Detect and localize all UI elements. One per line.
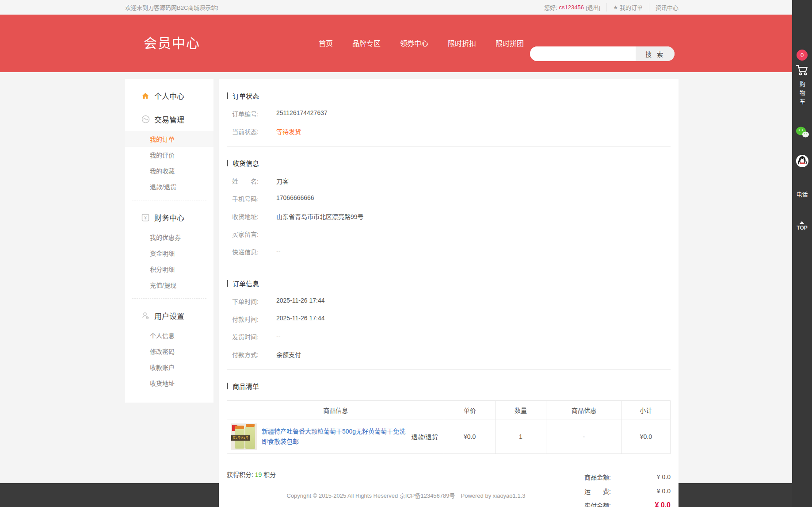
order-number-value: 251126174427637 — [276, 109, 328, 118]
sidebar-heading-label: 用户设置 — [154, 310, 184, 321]
items-table: 商品信息 单价 数量 商品优惠 小计 — [227, 400, 671, 454]
nav-brand-zone[interactable]: 品牌专区 — [352, 38, 381, 48]
title-bar-marker — [227, 383, 228, 389]
search-input[interactable] — [530, 46, 636, 61]
field-label: 当前状态: — [232, 127, 276, 136]
cart-count-badge: 0 — [797, 50, 808, 61]
sidebar-item-my-reviews[interactable]: 我的评价 — [125, 147, 213, 163]
qq-icon[interactable] — [796, 154, 809, 169]
courier-info-value: -- — [276, 247, 280, 256]
sidebar-item-change-password[interactable]: 修改密码 — [125, 343, 213, 359]
copyright-text: Copyright © 2015-2025 All Rights Reserve… — [287, 491, 526, 499]
paid-amount-value: ¥ 0.0 — [611, 501, 671, 507]
courier-info-row: 快递信息: -- — [227, 247, 671, 256]
sidebar-item-my-coupons[interactable]: 我的优惠券 — [125, 229, 213, 245]
yuan-icon: ¥ — [141, 213, 150, 222]
search-bar: 搜 索 — [530, 46, 675, 61]
col-product-info: 商品信息 — [227, 401, 444, 419]
address-value: 山东省青岛市市北区漂亮路99号 — [276, 212, 364, 221]
title-bar-marker — [227, 92, 228, 99]
paid-amount-row: 实付金额: ¥ 0.0 — [584, 498, 671, 507]
order-number-row: 订单编号: 251126174427637 — [227, 109, 671, 118]
subtotal-cell: ¥0.0 — [621, 419, 670, 454]
order-time-row: 下单时间: 2025-11-26 17:44 — [227, 297, 671, 306]
order-detail-panel: 订单状态 订单编号: 251126174427637 当前状态: 等待发货 收货… — [219, 79, 679, 507]
sidebar-item-fund-details[interactable]: 资金明细 — [125, 245, 213, 261]
nav-coupon-center[interactable]: 领券中心 — [400, 38, 428, 48]
logout-link[interactable]: [退出] — [586, 3, 600, 12]
field-label: 发货时间: — [232, 332, 276, 341]
pay-time-row: 付款时间: 2025-11-26 17:44 — [227, 315, 671, 323]
sidebar-heading-user-settings[interactable]: 用户设置 — [125, 304, 213, 327]
wechat-icon[interactable] — [795, 126, 809, 140]
refund-link[interactable]: 退款/退货 — [412, 432, 438, 441]
ship-time-row: 发货时间: -- — [227, 332, 671, 341]
summary-label: 实付金额: — [584, 501, 611, 507]
sidebar-heading-finance[interactable]: ¥ 财务中心 — [125, 206, 213, 229]
product-title-link[interactable]: 新疆特产吐鲁番大颗粒葡萄干500g无籽黄葡萄干免洗即食散装包邮 — [262, 426, 407, 446]
star-icon: ★ — [613, 4, 618, 11]
field-label: 下单时间: — [232, 297, 276, 306]
nav-flash-discount[interactable]: 限时折扣 — [448, 38, 476, 48]
sidebar-item-points-details[interactable]: 积分明细 — [125, 261, 213, 277]
phone-value: 17066666666 — [276, 194, 314, 203]
search-button[interactable]: 搜 索 — [636, 46, 675, 61]
sidebar-heading-trade[interactable]: 交易管理 — [125, 108, 213, 131]
product-image[interactable]: 买2斤送1斤 — [231, 423, 257, 450]
field-label: 付款时间: — [232, 315, 276, 323]
field-label: 买家留言: — [232, 230, 276, 238]
section-title-text: 收货信息 — [233, 158, 259, 168]
sidebar-item-shipping-address[interactable]: 收货地址 — [125, 375, 213, 391]
section-title: 收货信息 — [227, 158, 671, 168]
section-title: 商品清单 — [227, 381, 671, 391]
section-order-info: 订单信息 下单时间: 2025-11-26 17:44 付款时间: 2025-1… — [227, 279, 671, 370]
points-value: 19 — [255, 471, 262, 478]
section-title: 订单状态 — [227, 91, 671, 100]
sidebar-item-refunds[interactable]: 退款/退货 — [125, 179, 213, 195]
section-item-list: 商品清单 商品信息 单价 数量 商品优惠 小计 — [227, 381, 671, 507]
points-label: 获得积分: — [227, 471, 253, 478]
sidebar-item-personal-center[interactable]: 个人中心 — [125, 84, 213, 108]
phone-link[interactable]: 电话 — [796, 190, 808, 198]
goods-amount-row: 商品金额: ¥ 0.0 — [584, 470, 671, 484]
back-to-top-button[interactable]: TOP — [797, 221, 807, 231]
nav-group-buy[interactable]: 限时拼团 — [496, 38, 524, 48]
nav-home[interactable]: 首页 — [319, 38, 333, 48]
sidebar-item-my-orders[interactable]: 我的订单 — [125, 131, 213, 147]
cart-icon[interactable] — [796, 64, 809, 78]
phone-row: 手机号码: 17066666666 — [227, 194, 671, 203]
recipient-name-value: 刀客 — [276, 177, 289, 185]
address-row: 收货地址: 山东省青岛市市北区漂亮路99号 — [227, 212, 671, 221]
section-title-text: 订单状态 — [233, 91, 259, 100]
field-label: 快递信息: — [232, 247, 276, 256]
sidebar-heading-label: 财务中心 — [154, 212, 184, 223]
sidebar-heading-label: 交易管理 — [154, 114, 184, 125]
topbar-news[interactable]: 资讯中心 — [649, 3, 679, 12]
cart-label[interactable]: 购物车 — [798, 81, 806, 108]
sidebar-item-my-favorites[interactable]: 我的收藏 — [125, 163, 213, 179]
up-arrow-icon — [800, 221, 804, 224]
user-gear-icon — [141, 311, 150, 320]
page-title: 会员中心 — [144, 32, 200, 52]
shipping-fee-value: ¥ 0.0 — [611, 488, 671, 495]
divider — [132, 200, 206, 200]
section-title: 订单信息 — [227, 279, 671, 288]
discount-cell: - — [546, 419, 622, 454]
sidebar-item-payment-account[interactable]: 收款账户 — [125, 359, 213, 375]
sidebar-item-personal-info[interactable]: 个人信息 — [125, 327, 213, 343]
ship-time-value: -- — [276, 332, 280, 341]
field-label: 付款方式: — [232, 350, 276, 359]
topbar-my-orders[interactable]: ★ 我的订单 — [607, 3, 649, 12]
pay-time-value: 2025-11-26 17:44 — [276, 315, 325, 323]
order-time-value: 2025-11-26 17:44 — [276, 297, 325, 306]
goods-amount-value: ¥ 0.0 — [611, 473, 671, 480]
divider — [132, 298, 206, 299]
status-badge: 等待发货 — [276, 127, 301, 136]
order-state-row: 当前状态: 等待发货 — [227, 127, 671, 136]
sidebar-item-recharge-withdraw[interactable]: 充值/提现 — [125, 277, 213, 293]
title-bar-marker — [227, 280, 228, 287]
my-orders-label: 我的订单 — [620, 3, 643, 12]
recipient-name-row: 姓 名: 刀客 — [227, 177, 671, 185]
user-greeting: 您好: cs123456 [退出] — [538, 3, 607, 12]
top-bar: 欢迎来到刀客源码网B2C商城演示站! 您好: cs123456 [退出] ★ 我… — [0, 0, 812, 15]
